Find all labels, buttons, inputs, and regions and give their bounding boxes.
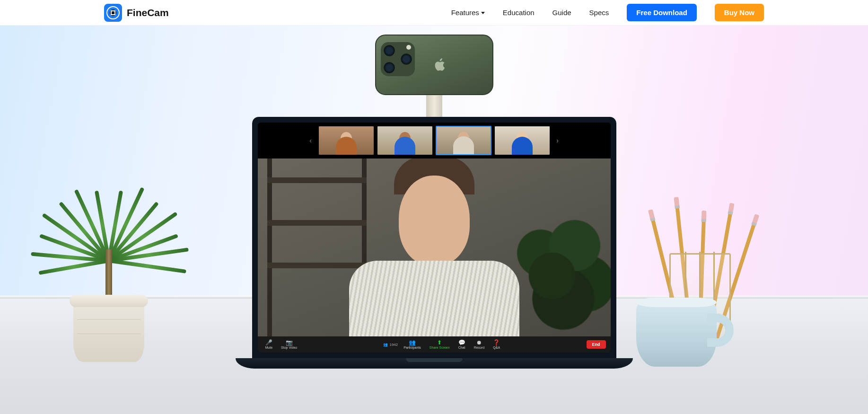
mug-decoration [636,300,717,367]
video-icon: 📷 [286,340,293,345]
main-nav: Features Education Guide Specs Free Down… [451,4,764,21]
chevron-down-icon [481,12,485,14]
share-screen-label: Share Screen [430,346,450,349]
qa-button[interactable]: ❓ Q&A [490,340,503,349]
participants-label: Participants [403,346,421,349]
gallery-prev-icon[interactable]: ‹ [306,137,316,144]
laptop-illustration: ‹ [252,117,616,369]
nav-features[interactable]: Features [451,9,485,17]
record-label: Record [474,346,485,349]
participant-thumbnail-active[interactable] [436,126,491,155]
mute-button[interactable]: 🎤 Mute [263,340,276,349]
chat-button[interactable]: 💬 Chat [456,340,468,349]
laptop-base [236,358,633,369]
nav-guide[interactable]: Guide [552,9,571,17]
nav-features-label: Features [451,9,479,17]
nav-specs[interactable]: Specs [589,9,609,17]
participant-thumbnail[interactable] [494,126,550,155]
laptop-screen: ‹ [258,123,611,352]
qa-label: Q&A [493,346,500,349]
site-header: FineCam Features Education Guide Specs F… [0,0,868,26]
apple-logo-icon [433,57,447,73]
buy-now-button[interactable]: Buy Now [715,4,764,21]
zoom-toolbar: 🎤 Mute 📷 Stop Video 👥 1942 👥 Partic [258,336,611,352]
nav-education[interactable]: Education [503,9,535,17]
logo-icon [104,4,122,22]
stop-video-label: Stop Video [281,346,297,349]
qa-icon: ❓ [493,340,500,345]
participants-icon: 👥 [409,340,416,345]
main-video-feed [258,159,611,336]
brand-name: FineCam [127,7,169,18]
share-screen-icon: ⬆ [437,340,442,345]
stop-video-button[interactable]: 📷 Stop Video [278,340,300,349]
end-meeting-button[interactable]: End [587,340,606,349]
record-icon: ⏺ [476,340,482,345]
participant-thumbnail[interactable] [377,126,433,155]
phone-illustration [375,35,493,95]
logo[interactable]: FineCam [104,4,169,22]
hero-section: ‹ [0,26,868,414]
gallery-next-icon[interactable]: › [553,137,562,144]
participant-thumbnail[interactable] [318,126,374,155]
free-download-button[interactable]: Free Download [627,4,697,21]
mute-label: Mute [265,346,273,349]
video-gallery: ‹ [258,123,611,159]
record-button[interactable]: ⏺ Record [471,340,488,349]
plant-decoration [47,135,170,362]
microphone-icon: 🎤 [265,340,272,345]
share-screen-button[interactable]: ⬆ Share Screen [427,340,453,349]
people-icon: 👥 [383,343,388,347]
chat-icon: 💬 [458,340,465,345]
chat-label: Chat [458,346,465,349]
participants-button[interactable]: 👥 Participants [401,340,424,349]
participants-count: 👥 1942 [383,343,398,347]
